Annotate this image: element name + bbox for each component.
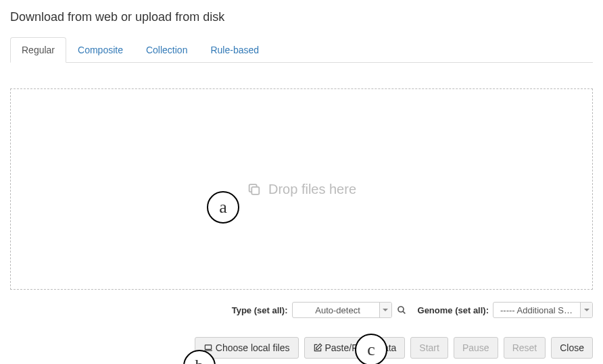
search-icon[interactable] [396,305,407,315]
drop-label: Drop files here [247,182,356,197]
chevron-down-icon [379,303,391,317]
reset-button: Reset [504,337,546,359]
tab-regular[interactable]: Regular [10,37,66,63]
svg-point-1 [398,307,404,312]
genome-select[interactable]: ----- Additional S… [493,302,593,318]
svg-rect-0 [251,186,259,194]
drop-text: Drop files here [268,182,356,197]
chevron-down-icon [580,303,592,317]
paste-label: Paste/Fetch data [325,342,397,353]
controls-row: Type (set all): Auto-detect Genome (set … [10,302,593,318]
choose-local-files-button[interactable]: Choose local files [195,337,299,359]
copy-icon [247,182,262,197]
genome-select-value: ----- Additional S… [500,305,573,315]
tabs: Regular Composite Collection Rule-based [10,36,593,63]
pause-button: Pause [454,337,498,359]
drop-area[interactable]: Drop files here [10,88,593,290]
start-button: Start [410,337,448,359]
type-select-value: Auto-detect [315,305,360,315]
type-label: Type (set all): [232,305,288,315]
tab-collection[interactable]: Collection [135,37,199,63]
close-button[interactable]: Close [551,337,593,359]
buttons-row: Choose local files Paste/Fetch data Star… [10,337,593,359]
svg-line-2 [403,311,405,313]
choose-label: Choose local files [216,342,290,353]
svg-rect-3 [205,345,211,349]
laptop-icon [203,343,213,353]
tab-rulebased[interactable]: Rule-based [199,37,270,63]
genome-label: Genome (set all): [418,305,489,315]
tab-composite[interactable]: Composite [66,37,135,63]
type-select[interactable]: Auto-detect [292,302,392,318]
paste-fetch-button[interactable]: Paste/Fetch data [304,337,406,359]
page-title: Download from web or upload from disk [10,10,593,24]
edit-icon [313,343,322,353]
